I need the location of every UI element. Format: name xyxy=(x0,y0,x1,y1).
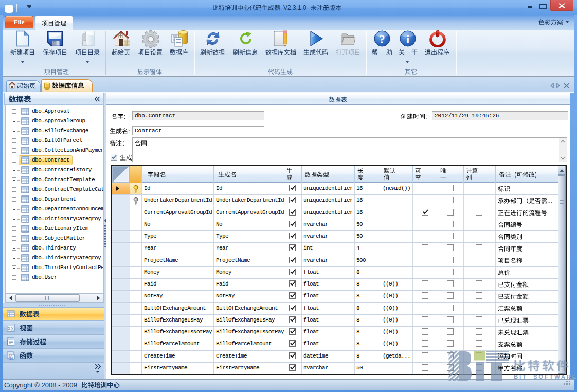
svg-text:i: i xyxy=(406,33,410,46)
svg-text:?: ? xyxy=(379,33,385,46)
svg-text:fx: fx xyxy=(10,355,13,360)
